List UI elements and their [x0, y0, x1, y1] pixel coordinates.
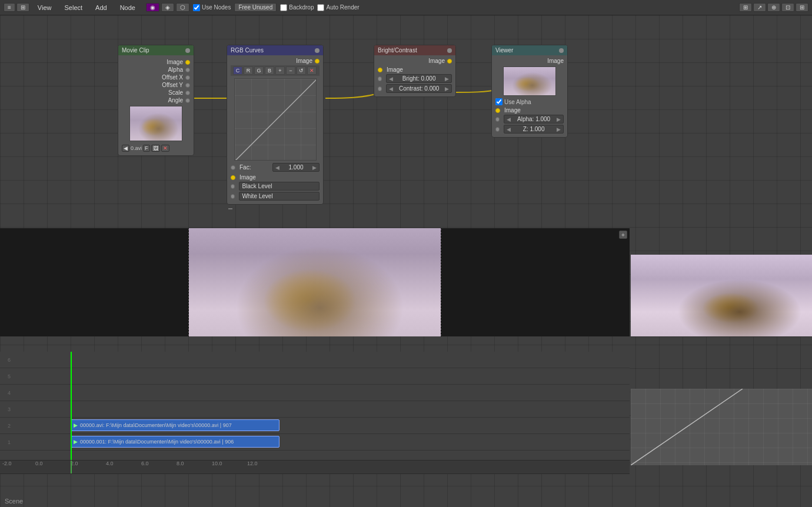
rgb-close-btn[interactable]: ✕ [307, 66, 317, 75]
node-viewer-header[interactable]: Viewer [492, 45, 567, 55]
node-bright-contrast: Bright/Contrast Image Image [374, 45, 456, 97]
node-clip-img-btn[interactable]: 🖼 [151, 145, 160, 152]
rgb-g-btn[interactable]: G [254, 66, 264, 75]
rgb-curves-toolbar: C R G B + − ↺ ✕ [231, 65, 320, 76]
socket-black-in[interactable] [231, 184, 235, 189]
viewer-alpha-field[interactable]: ◀ Alpha: 1.000 ▶ [504, 115, 564, 124]
track-lane-5: 5 [0, 368, 630, 385]
node-output-scale: Scale [122, 89, 190, 96]
socket-alpha-out[interactable] [185, 68, 190, 72]
track-lane-6: 6 [0, 352, 630, 368]
seq-ruler: -2.0 0.0 2.0 4.0 6.0 8.0 10.0 12.0 [0, 460, 630, 474]
fac-field[interactable]: ◀ 1.000 ▶ [272, 163, 320, 172]
socket-viewer-alpha-in[interactable] [495, 117, 500, 122]
rgb-minus-btn[interactable]: − [286, 66, 295, 75]
props-preview-thumb [631, 255, 812, 336]
socket-offsety-out[interactable] [185, 83, 190, 88]
rgb-c-btn[interactable]: C [233, 66, 242, 75]
video-preview-image [189, 228, 441, 336]
viewer-use-alpha[interactable]: Use Alpha [495, 98, 564, 105]
video-preview [188, 228, 441, 336]
video-pane: + [0, 228, 630, 336]
clip1-play-icon: ▶ [74, 422, 78, 428]
content-area: ≡ ⊞ View Select Add Node ◉ ◈ ⬡ Use Nodes… [0, 28, 812, 489]
rgb-b-btn[interactable]: B [265, 66, 274, 75]
node-canvas[interactable]: Movie Clip Image Alpha Offse [0, 28, 812, 228]
viewer-image-in-row: Image [495, 107, 564, 114]
node-movie-clip-body: Image Alpha Offset X Offset Y [118, 55, 194, 155]
socket-fac-in[interactable] [231, 165, 235, 170]
node-rgb-curves-body: Image C R G B + − ↺ ✕ [227, 55, 323, 204]
rgb-reset-btn[interactable]: ↺ [297, 66, 306, 75]
ruler-mark-1: 0.0 [35, 461, 43, 466]
node-rgb-curves-header[interactable]: RGB Curves [227, 45, 323, 55]
seq-clip-1[interactable]: ▶ 00000.avi: F:\Mijn data\Documenten\Mij… [71, 419, 279, 431]
node-clip-f-btn[interactable]: F [143, 145, 150, 152]
props-preview-section: ▼ Preview [631, 244, 812, 338]
black-level-field[interactable]: Black Level [239, 182, 320, 191]
socket-scale-out[interactable] [185, 91, 190, 95]
socket-bright-in[interactable] [378, 76, 382, 81]
viewer-z-row: ◀ Z: 1.000 ▶ [495, 125, 564, 134]
props-preview-image [631, 255, 812, 337]
node-rgb-curves-collapse[interactable] [315, 48, 320, 53]
ruler-mark-3: 4.0 [106, 461, 114, 466]
rgb-curves-canvas[interactable] [234, 78, 317, 161]
node-viewer-collapse[interactable] [559, 48, 564, 53]
socket-bc-image-out[interactable] [447, 59, 452, 64]
curves-svg [235, 79, 316, 160]
sequencer-tracks[interactable]: 6 5 4 3 2 [0, 352, 630, 460]
bc-contrast-row: ◀ Contrast: 0.000 ▶ [378, 84, 452, 93]
node-clip-prev-btn[interactable]: ◀ [122, 145, 129, 152]
viewer-thumb-image [504, 67, 555, 95]
rgb-black-row: Black Level [231, 182, 320, 191]
thumb-atv-image [130, 106, 182, 141]
socket-bc-image-in[interactable] [378, 68, 382, 72]
video-pane-add-btn[interactable]: + [619, 231, 627, 239]
seq-clip-2[interactable]: ▶ 00000.001: F:\Mijn data\Documenten\Mij… [71, 436, 279, 448]
socket-angle-out[interactable] [185, 98, 190, 103]
bright-field[interactable]: ◀ Bright: 0.000 ▶ [386, 74, 452, 83]
node-bright-contrast-collapse[interactable] [447, 48, 452, 53]
node-output-offsety: Offset Y [122, 82, 190, 88]
node-viewer: Viewer Image [491, 45, 568, 138]
rgb-r-btn[interactable]: R [244, 66, 253, 75]
node-output-offsetx: Offset X [122, 74, 190, 81]
socket-viewer-image-in[interactable] [495, 108, 500, 113]
svg-line-1 [631, 389, 743, 465]
socket-rgb-image-in[interactable] [231, 175, 235, 180]
white-level-field[interactable]: White Level [239, 192, 320, 201]
rgb-plus-btn[interactable]: + [275, 66, 285, 75]
viewer-alpha-row: ◀ Alpha: 1.000 ▶ [495, 115, 564, 124]
node-movie-clip-header[interactable]: Movie Clip [118, 45, 194, 55]
ruler-mark-5: 8.0 [177, 461, 184, 466]
viewer-alpha-checkbox[interactable] [495, 98, 502, 105]
ruler-mark-0: -2.0 [2, 461, 12, 466]
node-rgb-curves: RGB Curves Image C R G [227, 45, 324, 205]
node-clip-del-btn[interactable]: ✕ [161, 145, 169, 152]
node-viewer-thumb [503, 66, 556, 96]
rgb-fac-row: Fac: ◀ 1.000 ▶ [231, 163, 320, 172]
socket-contrast-in[interactable] [378, 86, 382, 91]
props-mini-curves[interactable] [631, 389, 812, 465]
node-viewer-body: Image Use Alpha [492, 55, 567, 137]
node-output-angle: Angle [122, 97, 190, 104]
left-pane: + ≡ ⊞ View Select Marker Add Strip [0, 228, 630, 489]
bc-bright-row: ◀ Bright: 0.000 ▶ [378, 74, 452, 83]
bc-image-out-row: Image [378, 58, 452, 64]
socket-white-in[interactable] [231, 194, 235, 199]
socket-rgb-image-out[interactable] [315, 59, 320, 64]
viewer-z-field[interactable]: ◀ Z: 1.000 ▶ [504, 125, 564, 134]
node-editor-region: ≡ ⊞ View Select Add Node ◉ ◈ ⬡ Use Nodes… [0, 28, 812, 228]
socket-image-out[interactable] [185, 60, 190, 65]
track-lane-4: 4 [0, 385, 630, 401]
node-movie-clip-collapse[interactable] [185, 48, 190, 53]
socket-viewer-z-in[interactable] [495, 127, 500, 132]
props-curves-svg [631, 389, 812, 465]
track-lane-3: 3 [0, 401, 630, 418]
contrast-field[interactable]: ◀ Contrast: 0.000 ▶ [386, 84, 452, 93]
socket-offsetx-out[interactable] [185, 75, 190, 80]
node-bright-contrast-header[interactable]: Bright/Contrast [374, 45, 455, 55]
node-movie-clip-thumb [129, 106, 182, 141]
ruler-mark-6: 10.0 [212, 461, 222, 466]
